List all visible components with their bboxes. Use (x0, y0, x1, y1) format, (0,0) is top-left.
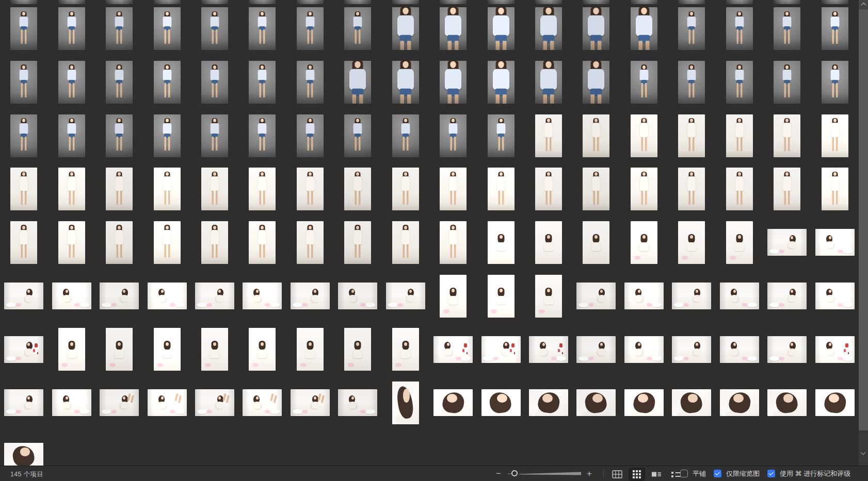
photo-thumbnail[interactable] (106, 168, 133, 210)
photo-thumbnail[interactable] (529, 389, 568, 416)
photo-thumbnail[interactable] (392, 7, 419, 50)
photo-thumbnail[interactable] (201, 221, 228, 264)
photo-thumbnail[interactable] (576, 389, 616, 416)
photo-thumbnail[interactable] (720, 336, 759, 363)
photo-thumbnail[interactable] (822, 114, 848, 157)
photo-thumbnail[interactable] (822, 7, 848, 50)
photo-thumbnail[interactable] (154, 7, 181, 50)
photo-thumbnail[interactable] (672, 283, 711, 309)
photo-thumbnail[interactable] (392, 61, 419, 104)
photo-thumbnail[interactable] (822, 61, 848, 104)
photo-thumbnail[interactable] (774, 114, 800, 157)
photo-thumbnail[interactable] (4, 336, 43, 363)
photo-thumbnail[interactable] (201, 7, 228, 50)
photo-thumbnail[interactable] (576, 283, 616, 309)
photo-thumbnail[interactable] (583, 61, 609, 104)
checkbox-thumbnails-only[interactable] (714, 470, 721, 477)
photo-thumbnail[interactable] (249, 7, 276, 50)
photo-thumbnail[interactable] (815, 229, 855, 256)
photo-thumbnail[interactable] (488, 7, 515, 50)
photo-thumbnail[interactable] (106, 61, 133, 104)
photo-thumbnail[interactable] (392, 114, 419, 157)
photo-thumbnail[interactable] (58, 7, 85, 50)
photo-thumbnail[interactable] (774, 61, 800, 104)
photo-thumbnail[interactable] (386, 283, 425, 309)
photo-thumbnail[interactable] (631, 221, 657, 264)
checkbox-use-cmd-rating[interactable] (767, 470, 775, 477)
photo-thumbnail[interactable] (154, 328, 181, 371)
photo-thumbnail[interactable] (678, 114, 705, 157)
photo-thumbnail[interactable] (815, 283, 855, 309)
photo-thumbnail[interactable] (344, 221, 371, 264)
photo-thumbnail[interactable] (195, 283, 234, 309)
photo-thumbnail[interactable] (297, 328, 324, 371)
photo-thumbnail[interactable] (297, 61, 324, 104)
photo-thumbnail[interactable] (338, 283, 377, 309)
photo-thumbnail[interactable] (672, 336, 711, 363)
photo-thumbnail[interactable] (433, 336, 473, 363)
photo-thumbnail[interactable] (440, 275, 467, 318)
photo-thumbnail[interactable] (576, 336, 616, 363)
photo-thumbnail[interactable] (726, 7, 753, 50)
photo-thumbnail[interactable] (678, 61, 705, 104)
photo-thumbnail[interactable] (201, 114, 228, 157)
zoom-in-button[interactable]: + (584, 469, 594, 478)
photo-thumbnail[interactable] (392, 168, 419, 210)
photo-thumbnail[interactable] (774, 7, 800, 50)
photo-thumbnail[interactable] (535, 7, 562, 50)
photo-thumbnail[interactable] (338, 389, 377, 416)
photo-thumbnail[interactable] (297, 168, 324, 210)
photo-thumbnail[interactable] (631, 114, 657, 157)
photo-thumbnail[interactable] (10, 168, 37, 210)
photo-thumbnail[interactable] (106, 328, 133, 371)
photo-thumbnail[interactable] (249, 221, 276, 264)
slider-knob[interactable] (511, 470, 518, 476)
photo-thumbnail[interactable] (767, 389, 807, 416)
photo-thumbnail[interactable] (148, 389, 187, 416)
scrollbar-thumb[interactable] (859, 9, 868, 430)
photo-thumbnail[interactable] (440, 114, 467, 157)
photo-thumbnail[interactable] (535, 61, 562, 104)
photo-thumbnail[interactable] (10, 114, 37, 157)
photo-thumbnail[interactable] (535, 114, 562, 157)
photo-thumbnail[interactable] (243, 283, 282, 309)
photo-thumbnail[interactable] (815, 336, 855, 363)
scrollbar[interactable] (859, 0, 868, 466)
photo-thumbnail[interactable] (201, 328, 228, 371)
photo-thumbnail[interactable] (488, 114, 515, 157)
zoom-slider[interactable] (505, 470, 583, 478)
photo-thumbnail[interactable] (297, 221, 324, 264)
photo-thumbnail[interactable] (106, 114, 133, 157)
photo-thumbnail[interactable] (201, 168, 228, 210)
photo-thumbnail[interactable] (774, 168, 800, 210)
photo-thumbnail[interactable] (4, 443, 43, 466)
photo-thumbnail[interactable] (624, 389, 664, 416)
photo-thumbnail[interactable] (344, 7, 371, 50)
photo-thumbnail[interactable] (488, 275, 515, 318)
photo-thumbnail[interactable] (767, 229, 807, 256)
photo-thumbnail[interactable] (4, 389, 43, 416)
photo-thumbnail[interactable] (249, 61, 276, 104)
photo-thumbnail[interactable] (106, 7, 133, 50)
photo-thumbnail[interactable] (720, 389, 759, 416)
photo-thumbnail[interactable] (529, 336, 568, 363)
photo-thumbnail[interactable] (624, 336, 664, 363)
photo-thumbnail[interactable] (767, 336, 807, 363)
photo-thumbnail[interactable] (392, 382, 419, 424)
photo-thumbnail[interactable] (58, 328, 85, 371)
photo-thumbnail[interactable] (344, 168, 371, 210)
photo-thumbnail[interactable] (58, 221, 85, 264)
photo-thumbnail[interactable] (344, 114, 371, 157)
photo-thumbnail[interactable] (583, 168, 609, 210)
photo-thumbnail[interactable] (726, 168, 753, 210)
photo-thumbnail[interactable] (726, 61, 753, 104)
photo-thumbnail[interactable] (488, 168, 515, 210)
photo-thumbnail[interactable] (726, 114, 753, 157)
photo-thumbnail[interactable] (154, 221, 181, 264)
photo-thumbnail[interactable] (726, 221, 753, 264)
photo-thumbnail[interactable] (678, 221, 705, 264)
photo-thumbnail[interactable] (481, 336, 521, 363)
view-mode-content-button[interactable] (648, 468, 665, 481)
photo-thumbnail[interactable] (678, 7, 705, 50)
photo-thumbnail[interactable] (100, 389, 139, 416)
